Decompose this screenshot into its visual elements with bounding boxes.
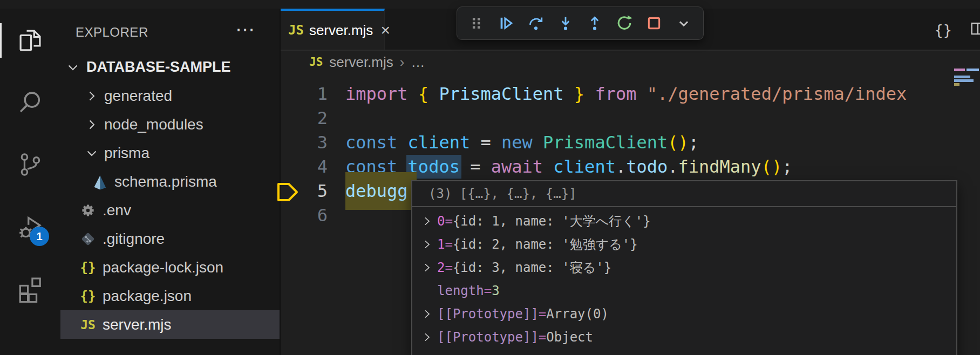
json-file-icon: {}: [80, 260, 96, 275]
popup-eq: =: [484, 283, 492, 298]
stop-icon: [645, 14, 663, 32]
json-file-icon: {}: [80, 288, 96, 304]
tree-item-generated[interactable]: generated: [60, 81, 280, 110]
minimap-code-bar: [954, 79, 974, 82]
tree-item-label: .env: [103, 202, 131, 219]
gripper-icon: [467, 14, 486, 32]
step-over-icon: [527, 14, 545, 32]
line-number-4[interactable]: 4: [281, 155, 328, 179]
chevron-right-icon: [85, 89, 99, 103]
minimap-code-bar: [954, 76, 970, 78]
debug-value-popup: (3) [{…}, {…}, {…}] 0 = {id: 1, name: '大…: [411, 180, 957, 355]
popup-summary[interactable]: (3) [{…}, {…}, {…}]: [412, 181, 956, 207]
tree-item-label: schema.prisma: [114, 173, 217, 190]
tree-item-label: node_modules: [104, 116, 203, 133]
popup-row-name: 1: [437, 237, 445, 252]
stop-button[interactable]: [642, 11, 666, 35]
files-icon: [16, 26, 44, 54]
tree-item-label: package.json: [103, 288, 192, 305]
split-editor-icon[interactable]: [969, 21, 980, 39]
line-number-2[interactable]: 2: [281, 106, 328, 131]
popup-row-1[interactable]: 1 = {id: 2, name: '勉強する'}: [412, 233, 956, 256]
tree-item-package-lock-json[interactable]: {}package-lock.json: [60, 253, 280, 282]
expand-chevron-icon: [421, 215, 433, 227]
json-file-icon: {}: [80, 289, 96, 304]
more-debug-actions-button[interactable]: [672, 11, 696, 35]
tree-item-prisma[interactable]: prisma: [60, 139, 280, 167]
tree-root-folder[interactable]: DATABASE-SAMPLE: [60, 53, 280, 81]
activity-bar-source-control[interactable]: [16, 151, 44, 179]
code-line-4[interactable]: const todos = await client.todo.findMany…: [345, 155, 952, 179]
tree-item-label: generated: [104, 87, 172, 105]
popup-row-value: 3: [492, 283, 499, 298]
line-number-3[interactable]: 3: [281, 131, 328, 155]
restart-icon: [615, 14, 634, 32]
debug-toolbar: [457, 6, 704, 40]
json-file-icon: {}: [80, 260, 96, 276]
explorer-title: EXPLORER: [76, 25, 148, 40]
git-file-icon: [80, 231, 96, 247]
breadcrumb-symbol-more[interactable]: …: [411, 54, 425, 71]
tree-item-package-json[interactable]: {}package.json: [60, 282, 280, 310]
tree-item-label: server.mjs: [103, 316, 172, 333]
tree-item-label: package-lock.json: [103, 259, 223, 276]
activity-bar-explorer[interactable]: [16, 26, 44, 54]
tab-server-mjs[interactable]: JS server.mjs ×: [281, 9, 385, 50]
javascript-file-icon: JS: [80, 318, 96, 332]
popup-row-value: {id: 3, name: '寝る'}: [453, 259, 611, 276]
popup-eq: =: [445, 214, 452, 229]
chevron-down-icon: [675, 14, 693, 32]
javascript-file-icon: JS: [288, 23, 304, 38]
root-folder-label: DATABASE-SAMPLE: [86, 59, 231, 76]
popup-row-name: [[Prototype]]: [437, 330, 539, 345]
code-line-1[interactable]: import { PrismaClient } from "./generate…: [345, 82, 952, 106]
step-into-button[interactable]: [554, 11, 577, 35]
symbols-braces-icon[interactable]: {}: [934, 22, 952, 38]
tree-item--gitignore[interactable]: .gitignore: [60, 224, 280, 253]
popup-row-0[interactable]: 0 = {id: 1, name: '大学へ行く'}: [412, 209, 956, 233]
activity-bar-extensions[interactable]: [16, 275, 44, 303]
breadcrumb-file[interactable]: server.mjs: [329, 54, 393, 71]
step-out-button[interactable]: [583, 11, 607, 35]
chevron-right-icon: [85, 118, 99, 132]
tree-item-server-mjs[interactable]: JSserver.mjs: [60, 310, 280, 339]
line-number-6[interactable]: 6: [281, 203, 328, 228]
editor-actions: {}: [934, 21, 980, 39]
more-actions-icon[interactable]: ⋯: [235, 18, 255, 41]
expand-chevron-icon: [421, 331, 433, 343]
tree-item-node-modules[interactable]: node_modules: [60, 110, 280, 139]
scm-icon: [16, 151, 44, 179]
debug-current-line-marker-icon: [276, 182, 299, 202]
popup-row--prototype-[interactable]: [[Prototype]] = Object: [412, 325, 956, 349]
debug-paused-text: debugg: [345, 178, 408, 204]
debug-session-badge: 1: [30, 227, 49, 246]
popup-row--prototype-[interactable]: [[Prototype]] = Array(0): [412, 302, 956, 325]
drag-handle-button[interactable]: [465, 11, 488, 35]
restart-button[interactable]: [612, 11, 636, 35]
popup-eq: =: [539, 330, 546, 345]
extensions-icon: [16, 275, 44, 303]
popup-row-name: length: [437, 283, 484, 298]
step-into-icon: [556, 14, 575, 32]
expand-chevron-icon: [421, 308, 433, 320]
code-line-2[interactable]: [345, 106, 952, 131]
code-line-3[interactable]: const client = new PrismaClient();: [345, 131, 952, 155]
gear-file-icon: [80, 202, 96, 219]
step-over-button[interactable]: [524, 11, 548, 35]
breadcrumb-separator: ›: [400, 54, 405, 71]
explorer-sidebar: EXPLORER ⋯ DATABASE-SAMPLEgeneratednode_…: [60, 9, 281, 355]
popup-eq: =: [539, 306, 546, 322]
line-number-1[interactable]: 1: [281, 82, 328, 106]
minimap-code-bar: [954, 69, 965, 71]
js-file-icon: JS: [80, 317, 96, 333]
editor-gutter: 123456: [281, 82, 328, 228]
continue-button[interactable]: [494, 11, 518, 35]
popup-eq: =: [445, 260, 452, 275]
popup-row-2[interactable]: 2 = {id: 3, name: '寝る'}: [412, 256, 956, 279]
continue-icon: [497, 14, 515, 32]
sidebar-header: EXPLORER ⋯: [60, 22, 280, 43]
activity-bar-search[interactable]: [16, 88, 44, 117]
close-tab-icon[interactable]: ×: [380, 21, 390, 39]
tree-item-schema-prisma[interactable]: schema.prisma: [60, 167, 280, 196]
tree-item--env[interactable]: .env: [60, 196, 280, 224]
